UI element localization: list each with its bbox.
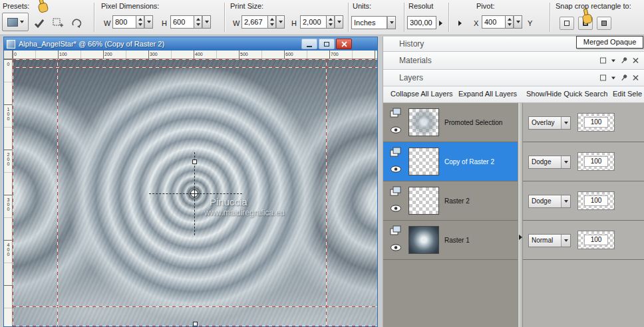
spinner-arrows[interactable] <box>327 15 335 29</box>
dropdown-arrow[interactable] <box>561 235 570 247</box>
pixel-height-spinner[interactable]: 600 <box>170 15 211 29</box>
edit-selection-button[interactable]: Edit Sele <box>613 90 642 98</box>
units-dropdown-arrow[interactable] <box>387 16 396 29</box>
dropdown-arrow[interactable] <box>561 195 570 207</box>
splitter-arrow-icon[interactable] <box>519 235 522 240</box>
crop-guide-right[interactable] <box>326 59 327 326</box>
pixel-width-spinner[interactable]: 800 <box>112 15 153 29</box>
vertical-ruler[interactable]: 0 100 200 300 400 <box>4 59 13 326</box>
layer-thumbnail[interactable] <box>408 108 439 136</box>
pivot-point-handle[interactable] <box>190 189 198 197</box>
float-crop-button[interactable] <box>51 16 65 31</box>
document-titlebar[interactable]: Alpha_AngelStar* @ 66% (Copy of Raster 2… <box>4 37 377 51</box>
maximize-panel-icon[interactable] <box>600 58 606 64</box>
crop-guide-bottom[interactable] <box>13 306 377 307</box>
image-canvas[interactable]: Pinuccia www.maidiregrafica.eu <box>13 59 377 326</box>
close-panel-icon[interactable] <box>633 58 639 64</box>
dropdown-arrow[interactable] <box>561 117 570 129</box>
spinner-arrows[interactable] <box>268 15 276 29</box>
visibility-eye-icon[interactable] <box>390 243 402 255</box>
blend-mode-dropdown[interactable]: Overlay <box>528 116 571 130</box>
materials-panel-header[interactable]: Materials <box>383 52 644 70</box>
layer-row-copy-of-raster-2[interactable]: Copy of Raster 2 <box>383 142 518 181</box>
spin-down-icon[interactable] <box>196 23 200 26</box>
spin-up-icon[interactable] <box>138 18 142 21</box>
layer-type-icon[interactable] <box>390 108 402 121</box>
print-width-spinner[interactable]: 2,667 <box>242 15 285 29</box>
panel-menu-icon[interactable] <box>611 59 615 62</box>
minimize-button[interactable] <box>301 39 317 49</box>
blend-mode-dropdown[interactable]: Dodge <box>528 156 571 169</box>
layer-thumbnail[interactable] <box>408 187 439 215</box>
close-panel-icon[interactable] <box>633 75 639 81</box>
units-value[interactable]: Inches <box>351 16 387 29</box>
crop-guide-top[interactable] <box>13 67 377 68</box>
layer-type-icon[interactable] <box>390 186 402 199</box>
blend-mode-dropdown[interactable]: Dodge <box>528 195 571 208</box>
layer-type-icon[interactable] <box>390 147 402 160</box>
crop-guide-left[interactable] <box>57 59 58 326</box>
layer-thumbnail[interactable] <box>408 226 439 254</box>
print-width-value[interactable]: 2,667 <box>242 15 268 29</box>
spinner-dropdown[interactable] <box>335 15 343 29</box>
spinner-dropdown[interactable] <box>202 15 211 29</box>
spinner-dropdown[interactable] <box>144 15 153 29</box>
toolbar-overflow-button[interactable] <box>436 17 445 29</box>
layer-thumbnail[interactable] <box>408 148 439 175</box>
opacity-value[interactable]: 100 <box>584 156 608 167</box>
panel-menu-icon[interactable] <box>611 76 615 79</box>
layer-name[interactable]: Raster 1 <box>444 237 470 244</box>
opacity-control[interactable]: 100 <box>577 231 615 249</box>
opacity-control[interactable]: 100 <box>577 191 615 210</box>
spin-down-icon[interactable] <box>138 23 142 26</box>
pivot-x-spinner[interactable]: 400 <box>482 15 522 29</box>
restore-button[interactable] <box>319 39 335 49</box>
opacity-control[interactable]: 100 <box>577 152 615 171</box>
apply-crop-button[interactable] <box>32 16 47 31</box>
rotate-crop-button[interactable] <box>69 16 84 31</box>
spin-up-icon[interactable] <box>196 18 200 21</box>
horizontal-ruler[interactable]: 0 100 200 300 400 500 600 700 <box>13 51 377 59</box>
transform-handle[interactable] <box>192 160 197 164</box>
layer-name[interactable]: Promoted Selection <box>444 119 502 126</box>
blend-mode-value[interactable]: Dodge <box>529 195 561 207</box>
collapse-all-layers-button[interactable]: Collapse All Layers <box>391 90 453 98</box>
spin-down-icon[interactable] <box>329 23 333 26</box>
dropdown-arrow[interactable] <box>561 156 570 168</box>
expand-all-layers-button[interactable]: Expand All Layers <box>458 90 517 98</box>
transform-handle[interactable] <box>193 322 198 326</box>
pixel-width-value[interactable]: 800 <box>112 15 136 29</box>
maximize-panel-icon[interactable] <box>600 75 606 81</box>
spinner-arrows[interactable] <box>136 15 144 29</box>
blend-mode-dropdown[interactable]: Normal <box>528 234 571 247</box>
layer-name[interactable]: Copy of Raster 2 <box>444 158 494 165</box>
spin-up-icon[interactable] <box>508 18 512 21</box>
layers-panel-header[interactable]: Layers <box>383 70 644 86</box>
layer-type-icon[interactable] <box>390 225 402 239</box>
pixel-height-value[interactable]: 600 <box>170 15 194 29</box>
spin-down-icon[interactable] <box>270 23 274 26</box>
presets-dropdown-button[interactable] <box>2 13 29 31</box>
blend-mode-value[interactable]: Overlay <box>529 117 561 129</box>
blend-mode-value[interactable]: Dodge <box>529 156 561 168</box>
spinner-dropdown[interactable] <box>276 15 285 29</box>
spin-up-icon[interactable] <box>270 18 274 21</box>
layers-pane-splitter[interactable] <box>518 103 523 327</box>
opacity-value[interactable]: 100 <box>584 117 608 128</box>
visibility-eye-icon[interactable] <box>390 164 402 176</box>
spin-up-icon[interactable] <box>329 18 333 21</box>
blend-mode-value[interactable]: Normal <box>529 235 561 247</box>
print-height-value[interactable]: 2,000 <box>300 15 327 29</box>
spinner-dropdown[interactable] <box>514 15 522 29</box>
print-height-spinner[interactable]: 2,000 <box>300 15 343 29</box>
snap-layer-opaque-button[interactable] <box>560 17 574 30</box>
quick-search-toggle-button[interactable]: Show/Hide Quick Search <box>526 90 607 98</box>
layer-row-raster-2[interactable]: Raster 2 <box>383 181 518 221</box>
units-dropdown[interactable]: Inches <box>351 16 396 29</box>
opacity-value[interactable]: 100 <box>584 195 608 206</box>
spin-down-icon[interactable] <box>508 23 512 26</box>
pin-icon[interactable] <box>619 73 629 83</box>
snap-full-image-button[interactable] <box>597 17 611 30</box>
opacity-value[interactable]: 100 <box>584 235 608 245</box>
visibility-eye-icon[interactable] <box>390 125 402 137</box>
